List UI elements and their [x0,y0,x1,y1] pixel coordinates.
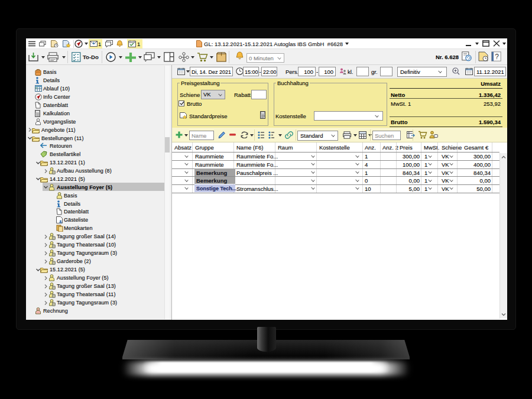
svg-text:?: ? [495,53,499,61]
